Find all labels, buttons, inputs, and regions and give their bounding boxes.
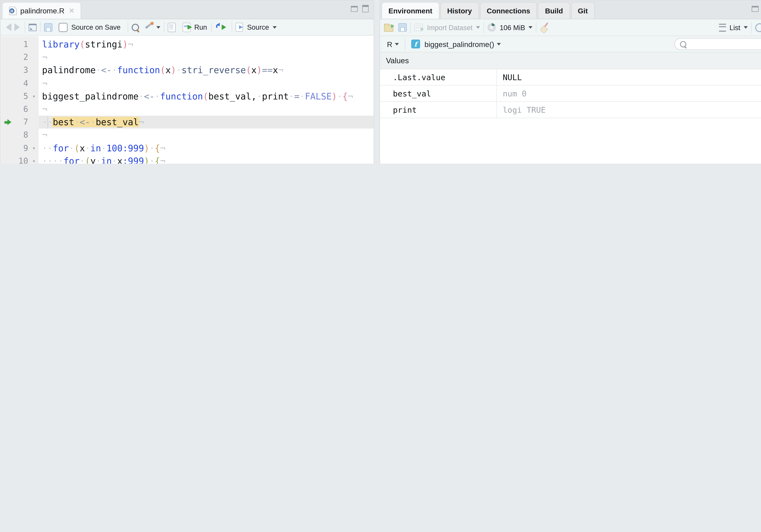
code-text: ····for·(y·in·x:999)·{¬ xyxy=(42,155,165,164)
run-icon[interactable] xyxy=(182,23,190,32)
code-text: ¬ xyxy=(42,51,47,64)
memory-usage[interactable]: 106 MiB xyxy=(500,24,525,31)
code-line[interactable]: 9▾··for·(x·in·100:999)·{¬ xyxy=(0,141,374,154)
value-content: NULL xyxy=(497,73,522,82)
environment-values-list: .Last.valueNULLbest_valnum 0printlogi TR… xyxy=(380,69,761,118)
fold-start-icon[interactable]: ▾ xyxy=(30,155,37,164)
environment-value-row[interactable]: .Last.valueNULL xyxy=(380,69,761,85)
source-button[interactable]: Source xyxy=(247,23,269,31)
code-line[interactable]: 4¬ xyxy=(0,77,374,90)
environment-pane: EnvironmentHistoryConnectionsBuildGit Im… xyxy=(380,0,761,164)
import-dataset-button[interactable]: Import Dataset xyxy=(427,24,473,31)
maximize-pane-icon[interactable] xyxy=(362,5,369,13)
environment-search-input[interactable] xyxy=(674,38,761,50)
source-dropdown-icon[interactable] xyxy=(272,26,276,28)
line-number[interactable]: 4 xyxy=(0,77,28,90)
code-line[interactable]: 10▾····for·(y·in·x:999)·{¬ xyxy=(0,155,374,164)
r-file-icon: R xyxy=(9,6,17,15)
scope-dropdown-icon[interactable] xyxy=(497,43,501,45)
tab-label: History xyxy=(447,7,472,15)
environment-value-row[interactable]: printlogi TRUE xyxy=(380,102,761,118)
debug-position-arrow-icon xyxy=(4,120,9,125)
tab-environment[interactable]: Environment xyxy=(381,2,439,19)
value-name: print xyxy=(380,102,497,118)
source-on-save-checkbox[interactable] xyxy=(58,23,68,32)
code-text: ¬ xyxy=(42,129,47,141)
code-line[interactable]: 8¬ xyxy=(0,129,374,141)
code-text: biggest_palindrome·<-·function(best_val,… xyxy=(42,90,353,103)
minimize-pane-icon[interactable] xyxy=(752,6,759,12)
back-icon[interactable] xyxy=(6,23,11,31)
memory-usage-icon xyxy=(487,23,496,31)
rerun-icon[interactable] xyxy=(215,23,228,32)
import-dataset-icon[interactable] xyxy=(414,24,423,31)
value-name: .Last.value xyxy=(380,69,497,85)
code-line[interactable]: 6¬ xyxy=(0,103,374,116)
load-workspace-icon[interactable] xyxy=(384,25,393,32)
tab-build[interactable]: Build xyxy=(538,2,570,19)
line-number[interactable]: 2 xyxy=(0,51,28,64)
line-number[interactable]: 6 xyxy=(0,103,28,116)
tab-label: Git xyxy=(578,7,588,15)
code-text: library(stringi)¬ xyxy=(42,38,133,51)
fold-start-icon[interactable]: ▾ xyxy=(30,141,37,154)
language-dropdown-icon[interactable] xyxy=(395,43,399,45)
editor-tabstrip: R palindrome.R ✕ xyxy=(0,0,374,19)
refresh-icon[interactable] xyxy=(755,23,761,32)
code-editor[interactable]: 1library(stringi)¬2¬3palindrome·<-·funct… xyxy=(0,36,374,164)
line-number[interactable]: 10 xyxy=(0,155,28,164)
code-line[interactable]: 2¬ xyxy=(0,51,374,64)
line-number[interactable]: 8 xyxy=(0,129,28,141)
compile-report-icon[interactable] xyxy=(168,23,175,32)
code-line[interactable]: 1library(stringi)¬ xyxy=(0,38,374,51)
view-mode-button[interactable]: List xyxy=(730,24,740,31)
save-workspace-icon[interactable] xyxy=(398,23,407,31)
highlighted-statement: best·<-·best_val xyxy=(53,117,139,127)
editor-toolbar: Source on Save Run Source xyxy=(0,19,374,35)
import-dataset-dropdown-icon[interactable] xyxy=(476,26,480,28)
value-name: best_val xyxy=(380,85,497,101)
editor-tab-label: palindrome.R xyxy=(20,6,64,15)
fold-start-icon[interactable]: ▾ xyxy=(30,90,37,103)
tab-history[interactable]: History xyxy=(440,2,479,19)
list-view-icon[interactable] xyxy=(719,24,726,31)
environment-tabstrip: EnvironmentHistoryConnectionsBuildGit xyxy=(380,0,761,19)
line-number[interactable]: 5 xyxy=(0,90,28,103)
close-icon[interactable]: ✕ xyxy=(69,7,74,15)
code-tools-dropdown-icon[interactable] xyxy=(156,26,160,28)
tab-git[interactable]: Git xyxy=(571,2,595,19)
clear-environment-icon[interactable] xyxy=(540,23,550,32)
show-in-new-window-icon[interactable] xyxy=(29,24,37,31)
view-mode-dropdown-icon[interactable] xyxy=(744,26,748,28)
find-replace-icon[interactable] xyxy=(132,24,139,31)
minimize-pane-icon[interactable] xyxy=(351,6,358,12)
rstudio-window: R palindrome.R ✕ Source on Save xyxy=(0,0,761,164)
environment-value-row[interactable]: best_valnum 0 xyxy=(380,85,761,102)
line-number[interactable]: 3 xyxy=(0,64,28,77)
tab-connections[interactable]: Connections xyxy=(480,2,537,19)
code-text: ¬ xyxy=(42,77,47,90)
code-line[interactable]: 7··best·<-·best_val¬ xyxy=(0,116,374,129)
values-section-header: Values xyxy=(380,52,761,69)
language-selector[interactable]: R xyxy=(387,40,392,48)
memory-dropdown-icon[interactable] xyxy=(529,26,533,28)
source-icon[interactable] xyxy=(236,23,243,32)
search-icon xyxy=(680,41,686,47)
save-icon[interactable] xyxy=(44,23,52,31)
tab-label: Environment xyxy=(388,7,432,15)
value-content: logi TRUE xyxy=(497,105,546,115)
code-line[interactable]: 3palindrome·<-·function(x)·stri_reverse(… xyxy=(0,64,374,77)
value-content: num 0 xyxy=(497,89,527,98)
run-button[interactable]: Run xyxy=(194,23,207,31)
environment-scope-selector[interactable]: biggest_palindrome() xyxy=(425,40,494,48)
code-tools-icon[interactable] xyxy=(144,23,154,32)
line-number[interactable]: 1 xyxy=(0,38,28,51)
source-on-save-label: Source on Save xyxy=(71,23,121,31)
forward-icon[interactable] xyxy=(14,23,20,31)
code-text: ··best·<-·best_val¬ xyxy=(42,116,144,129)
code-line[interactable]: 5▾biggest_palindrome·<-·function(best_va… xyxy=(0,90,374,103)
source-editor-pane: R palindrome.R ✕ Source on Save xyxy=(0,0,374,164)
line-number[interactable]: 9 xyxy=(0,141,28,154)
environment-context-row: R f biggest_palindrome() xyxy=(380,36,761,52)
editor-tab-palindrome[interactable]: R palindrome.R ✕ xyxy=(2,2,81,19)
